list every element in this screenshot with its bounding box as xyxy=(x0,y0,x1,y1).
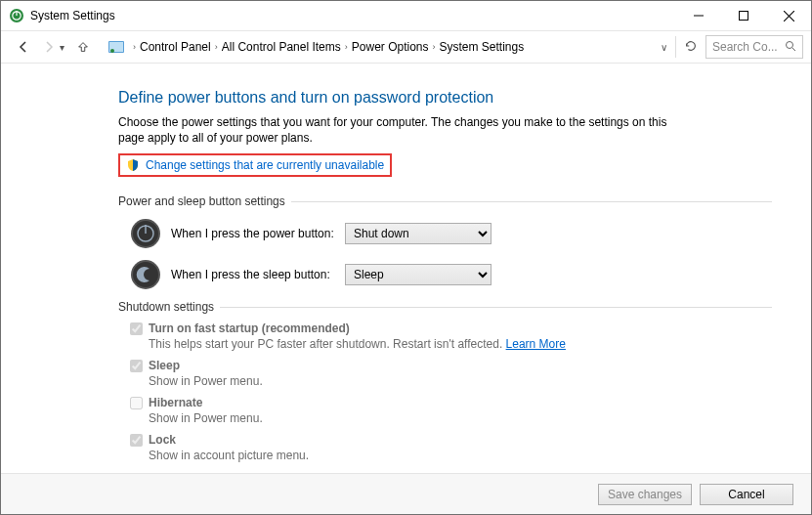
control-panel-icon[interactable] xyxy=(107,38,125,56)
hibernate-item: Hibernate Show in Power menu. xyxy=(130,396,772,425)
svg-rect-4 xyxy=(740,12,748,21)
lock-desc: Show in account picture menu. xyxy=(149,449,772,462)
learn-more-link[interactable]: Learn More xyxy=(506,337,566,351)
search-input[interactable]: Search Co... xyxy=(705,35,803,59)
content: Define power buttons and turn on passwor… xyxy=(1,64,811,462)
window-controls xyxy=(676,1,811,30)
close-button[interactable] xyxy=(766,1,811,30)
change-settings-link[interactable]: Change settings that are currently unava… xyxy=(146,158,384,172)
svg-point-10 xyxy=(787,41,793,48)
fast-startup-checkbox xyxy=(130,322,143,335)
sleep-checkbox xyxy=(130,360,143,372)
hibernate-desc: Show in Power menu. xyxy=(149,411,772,425)
breadcrumb-system-settings[interactable]: System Settings xyxy=(439,40,524,54)
recent-locations-icon[interactable]: ▾ xyxy=(60,42,64,53)
sleep-button-label: When I press the sleep button: xyxy=(171,268,345,281)
chevron-right-icon: › xyxy=(133,42,136,52)
chevron-right-icon: › xyxy=(215,42,218,52)
section-button-settings: Power and sleep button settings xyxy=(118,194,772,208)
shield-icon xyxy=(126,158,140,172)
nav-separator xyxy=(675,36,676,58)
fast-startup-item: Turn on fast startup (recommended) This … xyxy=(130,322,772,351)
breadcrumb: › Control Panel › All Control Panel Item… xyxy=(133,40,524,54)
breadcrumb-all-items[interactable]: All Control Panel Items xyxy=(222,40,341,54)
shutdown-list: Turn on fast startup (recommended) This … xyxy=(130,322,772,462)
power-button-row: When I press the power button: Shut down xyxy=(130,218,772,249)
breadcrumb-power-options[interactable]: Power Options xyxy=(352,40,429,54)
power-button-label: When I press the power button: xyxy=(171,227,345,240)
forward-button[interactable] xyxy=(38,36,60,58)
up-button[interactable] xyxy=(72,36,94,58)
page-description: Choose the power settings that you want … xyxy=(118,114,675,146)
minimize-button[interactable] xyxy=(676,1,721,30)
hibernate-checkbox xyxy=(130,397,143,409)
sleep-button-select[interactable]: Sleep xyxy=(345,264,491,285)
save-button: Save changes xyxy=(598,484,692,505)
power-button-icon xyxy=(130,218,161,249)
sleep-button-icon xyxy=(130,259,161,290)
power-button-select[interactable]: Shut down xyxy=(345,223,491,244)
svg-point-9 xyxy=(110,49,114,53)
power-options-icon xyxy=(9,8,24,23)
fast-startup-desc: This helps start your PC faster after sh… xyxy=(149,337,772,351)
sleep-button-row: When I press the sleep button: Sleep xyxy=(130,259,772,290)
sleep-label: Sleep xyxy=(149,359,180,372)
navbar: ▾ › Control Panel › All Control Panel It… xyxy=(1,30,811,64)
hibernate-label: Hibernate xyxy=(149,396,202,409)
back-button[interactable] xyxy=(13,36,34,58)
lock-label: Lock xyxy=(149,433,176,447)
maximize-button[interactable] xyxy=(721,1,766,30)
footer: Save changes Cancel xyxy=(1,473,811,514)
lock-item: Lock Show in account picture menu. xyxy=(130,433,772,462)
chevron-right-icon: › xyxy=(345,42,348,52)
search-icon xyxy=(785,40,796,55)
fast-startup-label: Turn on fast startup (recommended) xyxy=(149,322,350,335)
lock-checkbox xyxy=(130,434,143,447)
search-placeholder: Search Co... xyxy=(712,40,778,54)
chevron-right-icon: › xyxy=(432,42,435,52)
sleep-item: Sleep Show in Power menu. xyxy=(130,359,772,388)
cancel-button[interactable]: Cancel xyxy=(700,484,793,505)
address-dropdown-icon[interactable]: ∨ xyxy=(661,42,667,53)
page-heading: Define power buttons and turn on passwor… xyxy=(118,89,772,107)
refresh-button[interactable] xyxy=(684,39,698,56)
window-title: System Settings xyxy=(30,9,115,22)
change-settings-highlight: Change settings that are currently unava… xyxy=(118,153,392,177)
svg-line-11 xyxy=(792,48,795,51)
titlebar: System Settings xyxy=(1,1,811,30)
sleep-desc: Show in Power menu. xyxy=(149,374,772,388)
section-shutdown: Shutdown settings xyxy=(118,300,772,314)
breadcrumb-control-panel[interactable]: Control Panel xyxy=(140,40,211,54)
